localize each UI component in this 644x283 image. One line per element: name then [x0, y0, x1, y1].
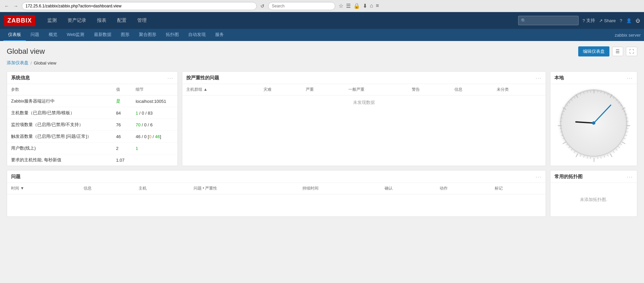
- top-nav-admin[interactable]: 管理: [132, 12, 152, 29]
- second-nav-services[interactable]: 服务: [210, 29, 229, 41]
- value-cell: 84: [112, 107, 132, 119]
- share-button[interactable]: ↗ Share: [599, 18, 616, 23]
- clock-tick: [562, 138, 565, 139]
- clock-header: 本地 ···: [550, 72, 637, 84]
- second-nav-discovery[interactable]: 自动发现: [184, 29, 210, 41]
- breadcrumb-add-link[interactable]: 添加仪表盘: [7, 60, 29, 66]
- detail-cell: 1 / 0 / 83: [132, 107, 178, 119]
- reader-icon[interactable]: ☰: [346, 3, 351, 9]
- system-info-menu-button[interactable]: ···: [167, 75, 174, 81]
- topology-menu-button[interactable]: ···: [627, 174, 633, 179]
- edit-dashboard-button[interactable]: 编辑仪表盘: [578, 46, 609, 56]
- param-cell: 主机数量（已启用/已禁用/模板）: [7, 107, 112, 119]
- top-nav-config[interactable]: 配置: [112, 12, 132, 29]
- clock-tick: [594, 158, 594, 162]
- clock-center: [592, 121, 595, 125]
- detail-cell: [132, 154, 178, 166]
- second-nav-graphs[interactable]: 图形: [116, 29, 134, 41]
- home-icon[interactable]: ⌂: [370, 3, 373, 9]
- clock-tick: [625, 114, 627, 115]
- forward-button[interactable]: →: [12, 3, 20, 9]
- problems-col-5: 确认: [381, 183, 436, 194]
- problems-severity-title: 按严重性的问题: [186, 75, 219, 81]
- detail-cell: 46 / 0 [0 / 46]: [132, 131, 178, 143]
- problems-severity-col-4: 警告: [408, 84, 450, 95]
- clock-tick: [562, 142, 566, 144]
- second-nav-problems[interactable]: 问题: [26, 29, 44, 41]
- topology-header: 常用的拓扑图 ···: [550, 170, 637, 183]
- help-button[interactable]: ?: [620, 18, 622, 23]
- dashboard-menu-button[interactable]: ☰: [612, 47, 623, 56]
- problems-col-0[interactable]: 时间 ▼: [7, 183, 80, 194]
- download-icon[interactable]: ⬇: [363, 3, 367, 9]
- second-nav-web[interactable]: Web监测: [62, 29, 89, 41]
- clock-tick: [576, 154, 578, 157]
- problems-widget: 问题 ··· 时间 ▼信息主机问题 • 严重性持续时间确认动作标记: [7, 170, 546, 217]
- col-detail: 细节: [132, 84, 178, 95]
- problems-severity-menu-button[interactable]: ···: [536, 75, 542, 81]
- clock-tick: [580, 93, 581, 95]
- browser-search-input[interactable]: [268, 2, 335, 10]
- vpn-icon[interactable]: 🔒: [353, 3, 360, 9]
- top-nav-assets[interactable]: 资产记录: [62, 12, 92, 29]
- problems-menu-button[interactable]: ···: [536, 174, 542, 179]
- clock-tick: [562, 107, 566, 110]
- menu-icon[interactable]: ≡: [376, 3, 379, 9]
- user-button[interactable]: 👤: [626, 18, 632, 23]
- second-nav-overview[interactable]: 概览: [44, 29, 62, 41]
- system-info-header: 系统信息 ···: [7, 72, 178, 84]
- param-cell: Zabbix服务器端运行中: [7, 95, 112, 107]
- problems-severity-col-2: 严重: [302, 84, 344, 95]
- value-cell: 76: [112, 119, 132, 131]
- second-nav-maps[interactable]: 拓扑图: [161, 29, 184, 41]
- url-bar[interactable]: [22, 2, 257, 10]
- clock-tick: [561, 135, 563, 136]
- second-nav: 仪表板 问题 概览 Web监测 最新数据 图形 聚合图形 拓扑图 自动发现 服务…: [0, 29, 644, 41]
- problems-col-4: 持续时间: [298, 183, 381, 194]
- clock-title: 本地: [554, 75, 564, 81]
- clock-tick: [610, 94, 612, 98]
- second-nav-dashboard[interactable]: 仪表板: [3, 29, 26, 41]
- bookmark-icon[interactable]: ☆: [339, 3, 343, 9]
- problems-severity-widget: 按严重性的问题 ··· 主机群组 ▲灾难严重一般严重警告信息未分类 未发现数据: [182, 71, 546, 166]
- page-header-actions: 编辑仪表盘 ☰ ⛶: [578, 46, 637, 56]
- dashboard-top-row: 系统信息 ··· 参数 值 细节 Zabbix服务器端运行中是localhost…: [7, 71, 637, 166]
- browser-nav-buttons[interactable]: ← →: [3, 3, 20, 9]
- support-button[interactable]: ? 支持: [583, 17, 595, 24]
- problems-severity-col-0[interactable]: 主机群组 ▲: [182, 84, 259, 95]
- table-row: 触发器数量（已启用/已禁用 [问题/正常]）4646 / 0 [0 / 46]: [7, 131, 178, 143]
- topology-title: 常用的拓扑图: [554, 174, 583, 180]
- top-nav-reports[interactable]: 报表: [92, 12, 112, 29]
- topology-widget: 常用的拓扑图 ··· 未添加拓扑图.: [550, 170, 637, 217]
- problems-col-6: 动作: [436, 183, 491, 194]
- second-nav-screens[interactable]: 聚合图形: [134, 29, 161, 41]
- top-nav-monitor[interactable]: 监测: [42, 12, 62, 29]
- detail-cell: localhost:10051: [132, 95, 178, 107]
- page-header: Global view 编辑仪表盘 ☰ ⛶: [7, 46, 637, 56]
- fullscreen-button[interactable]: ⛶: [626, 47, 637, 56]
- clock-tick: [618, 146, 620, 148]
- problems-severity-table: 主机群组 ▲灾难严重一般严重警告信息未分类 未发现数据: [182, 84, 546, 110]
- clock-tick: [624, 111, 626, 112]
- topbar-search-icon: 🔍: [521, 18, 526, 23]
- clock-menu-button[interactable]: ···: [627, 75, 633, 81]
- clock-tick: [607, 154, 608, 157]
- value-cell: 2: [112, 143, 132, 154]
- logout-button[interactable]: ⏻: [636, 18, 640, 23]
- topbar: ZABBIX 监测 资产记录 报表 配置 管理 🔍 ? 支持 ↗ Share ?…: [0, 12, 644, 29]
- back-button[interactable]: ←: [3, 3, 11, 9]
- power-icon: ⏻: [636, 18, 640, 23]
- value-cell: 是: [112, 95, 132, 107]
- topbar-search-input[interactable]: [518, 16, 579, 25]
- hour-hand: [575, 121, 594, 124]
- reload-button[interactable]: ↺: [259, 3, 266, 9]
- breadcrumb-current: Global view: [34, 60, 56, 66]
- second-nav-latest[interactable]: 最新数据: [89, 29, 116, 41]
- problems-severity-header: 按严重性的问题 ···: [182, 72, 546, 84]
- clock-tick: [625, 135, 627, 136]
- clock-tick: [597, 90, 598, 93]
- system-info-title: 系统信息: [11, 75, 30, 81]
- clock-widget: 本地 ···: [550, 71, 637, 166]
- col-param: 参数: [7, 84, 112, 95]
- clock-tick: [613, 97, 615, 99]
